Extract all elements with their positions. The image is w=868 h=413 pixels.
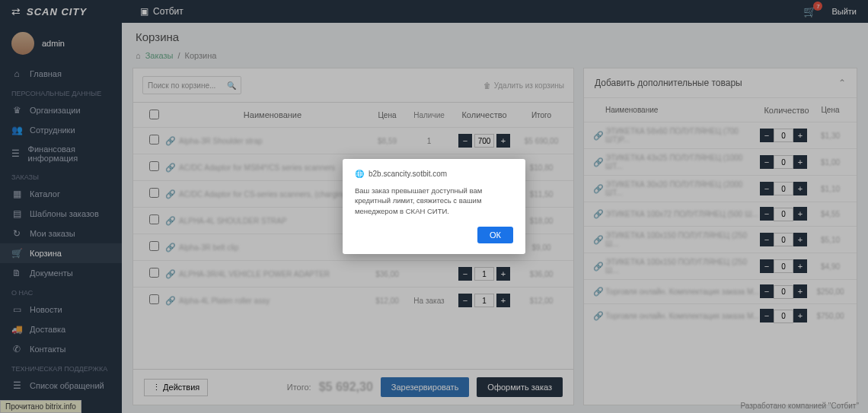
ok-button[interactable]: ОК (477, 227, 513, 243)
alert-dialog: 🌐 b2b.scancity.sotbit.com Ваш заказ прев… (343, 159, 525, 254)
dialog-message: Ваш заказ превышает доступный вам кредит… (355, 186, 513, 216)
globe-icon: 🌐 (355, 170, 364, 178)
modal-overlay[interactable]: 🌐 b2b.scancity.sotbit.com Ваш заказ прев… (0, 0, 868, 413)
dialog-host: b2b.scancity.sotbit.com (369, 170, 447, 178)
